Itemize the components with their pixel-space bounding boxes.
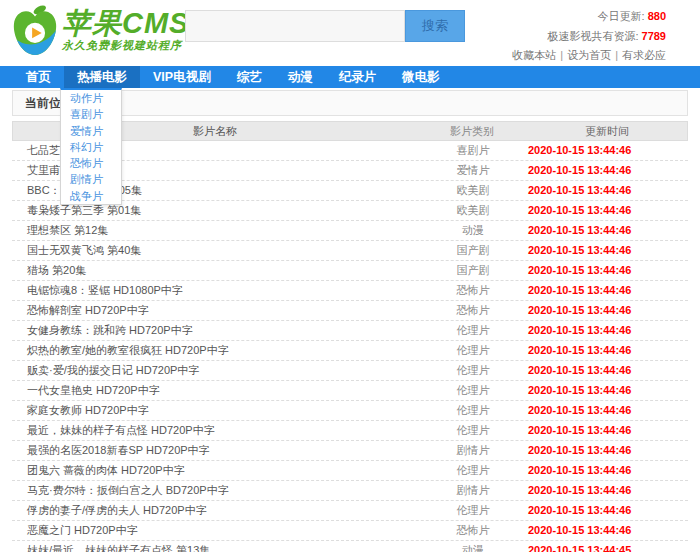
nav-item-综艺[interactable]: 综艺	[224, 66, 275, 88]
movie-update-time: 2020-10-15 13:44:46	[528, 521, 688, 540]
movie-update-time: 2020-10-15 13:44:46	[528, 361, 688, 380]
movie-name-link[interactable]: 团鬼六 蔷薇的肉体 HD720P中字	[12, 461, 418, 480]
movie-update-time: 2020-10-15 13:44:46	[528, 241, 688, 260]
movie-name-link[interactable]: 俘虏的妻子/俘虏的夫人 HD720P中字	[12, 501, 418, 520]
logo-title: 苹果CMS	[62, 8, 189, 38]
movie-name-link[interactable]: 最强的名医2018新春SP HD720P中字	[12, 441, 418, 460]
movie-category: 恐怖片	[418, 301, 528, 320]
movie-update-time: 2020-10-15 13:44:46	[528, 161, 688, 180]
movie-name-link[interactable]: 妹妹/最近，妹妹的样子有点怪 第13集	[12, 541, 418, 552]
header-link[interactable]: 有求必应	[622, 49, 666, 61]
site-stats: 今日更新: 880 极速影视共有资源: 7789 收藏本站|设为首页|有求必应	[512, 7, 666, 66]
movie-category: 国产剧	[418, 261, 528, 280]
link-separator: |	[560, 49, 563, 61]
table-row[interactable]: 电锯惊魂8：竖锯 HD1080P中字恐怖片2020-10-15 13:44:46	[12, 281, 688, 301]
table-row[interactable]: 贩卖·爱/我的援交日记 HD720P中字伦理片2020-10-15 13:44:…	[12, 361, 688, 381]
movie-category: 爱情片	[418, 161, 528, 180]
movie-category: 动漫	[418, 541, 528, 552]
dropdown-item-剧情片[interactable]: 剧情片	[61, 171, 121, 187]
table-row[interactable]: 马克·费尔特：扳倒白宫之人 BD720P中字剧情片2020-10-15 13:4…	[12, 481, 688, 501]
table-row[interactable]: 最强的名医2018新春SP HD720P中字剧情片2020-10-15 13:4…	[12, 441, 688, 461]
dropdown-item-战争片[interactable]: 战争片	[61, 188, 121, 204]
apple-logo-icon	[12, 4, 58, 56]
category-dropdown-menu: 动作片喜剧片爱情片科幻片恐怖片剧情片战争片	[60, 88, 122, 205]
table-row[interactable]: 家庭女教师 HD720P中字伦理片2020-10-15 13:44:46	[12, 401, 688, 421]
table-row[interactable]: 一代女皇艳史 HD720P中字伦理片2020-10-15 13:44:46	[12, 381, 688, 401]
movie-update-time: 2020-10-15 13:44:46	[528, 321, 688, 340]
table-row[interactable]: 国士无双黄飞鸿 第40集国产剧2020-10-15 13:44:46	[12, 241, 688, 261]
nav-item-动漫[interactable]: 动漫	[275, 66, 326, 88]
nav-item-热播电影[interactable]: 热播电影	[64, 66, 140, 88]
movie-update-time: 2020-10-15 13:44:46	[528, 261, 688, 280]
movie-update-time: 2020-10-15 13:44:46	[528, 201, 688, 220]
movie-update-time: 2020-10-15 13:44:46	[528, 141, 688, 160]
movie-name-link[interactable]: 炽热的教室/她的教室很疯狂 HD720P中字	[12, 341, 418, 360]
movie-category: 欧美剧	[418, 201, 528, 220]
table-row[interactable]: 俘虏的妻子/俘虏的夫人 HD720P中字伦理片2020-10-15 13:44:…	[12, 501, 688, 521]
table-row[interactable]: 女健身教练：跳和跨 HD720P中字伦理片2020-10-15 13:44:46	[12, 321, 688, 341]
stat-total-value: 7789	[642, 30, 666, 42]
table-row[interactable]: 理想禁区 第12集动漫2020-10-15 13:44:46	[12, 221, 688, 241]
stat-total-resources: 极速影视共有资源: 7789	[512, 27, 666, 47]
dropdown-item-喜剧片[interactable]: 喜剧片	[61, 106, 121, 122]
dropdown-item-动作片[interactable]: 动作片	[61, 90, 121, 106]
link-separator: |	[615, 49, 618, 61]
nav-item-纪录片[interactable]: 纪录片	[326, 66, 390, 88]
movie-category: 欧美剧	[418, 181, 528, 200]
movie-category: 剧情片	[418, 441, 528, 460]
dropdown-item-爱情片[interactable]: 爱情片	[61, 123, 121, 139]
column-header-time: 更新时间	[527, 122, 687, 140]
movie-name-link[interactable]: 恶魔之门 HD720P中字	[12, 521, 418, 540]
movie-name-link[interactable]: 家庭女教师 HD720P中字	[12, 401, 418, 420]
site-header: 苹果CMS 永久免费影视建站程序 搜索 今日更新: 880 极速影视共有资源: …	[0, 0, 700, 66]
movie-category: 伦理片	[418, 501, 528, 520]
header-links: 收藏本站|设为首页|有求必应	[512, 46, 666, 66]
movie-category: 伦理片	[418, 341, 528, 360]
movie-name-link[interactable]: 马克·费尔特：扳倒白宫之人 BD720P中字	[12, 481, 418, 500]
movie-name-link[interactable]: 一代女皇艳史 HD720P中字	[12, 381, 418, 400]
site-logo[interactable]: 苹果CMS 永久免费影视建站程序	[12, 4, 189, 56]
movie-name-link[interactable]: 最近，妹妹的样子有点怪 HD720P中字	[12, 421, 418, 440]
logo-tagline: 永久免费影视建站程序	[62, 38, 189, 53]
movie-update-time: 2020-10-15 13:44:46	[528, 441, 688, 460]
table-row[interactable]: 团鬼六 蔷薇的肉体 HD720P中字伦理片2020-10-15 13:44:46	[12, 461, 688, 481]
movie-category: 伦理片	[418, 401, 528, 420]
movie-update-time: 2020-10-15 13:44:46	[528, 381, 688, 400]
table-row[interactable]: 恶魔之门 HD720P中字恐怖片2020-10-15 13:44:46	[12, 521, 688, 541]
movie-update-time: 2020-10-15 13:44:46	[528, 301, 688, 320]
movie-name-link[interactable]: 恐怖解剖室 HD720P中字	[12, 301, 418, 320]
movie-name-link[interactable]: 猎场 第20集	[12, 261, 418, 280]
movie-name-link[interactable]: 国士无双黄飞鸿 第40集	[12, 241, 418, 260]
movie-category: 动漫	[418, 221, 528, 240]
search-input[interactable]	[185, 10, 405, 42]
main-nav: 首页热播电影VIP电视剧综艺动漫纪录片微电影	[0, 66, 700, 88]
movie-update-time: 2020-10-15 13:44:45	[528, 541, 688, 552]
table-row[interactable]: 炽热的教室/她的教室很疯狂 HD720P中字伦理片2020-10-15 13:4…	[12, 341, 688, 361]
search-bar: 搜索	[185, 10, 465, 42]
nav-item-VIP电视剧[interactable]: VIP电视剧	[140, 66, 224, 88]
movie-update-time: 2020-10-15 13:44:46	[528, 421, 688, 440]
movie-name-link[interactable]: 电锯惊魂8：竖锯 HD1080P中字	[12, 281, 418, 300]
table-row[interactable]: 恐怖解剖室 HD720P中字恐怖片2020-10-15 13:44:46	[12, 301, 688, 321]
stat-today-value: 880	[648, 10, 666, 22]
table-row[interactable]: 妹妹/最近，妹妹的样子有点怪 第13集动漫2020-10-15 13:44:45	[12, 541, 688, 552]
movie-category: 恐怖片	[418, 521, 528, 540]
search-button[interactable]: 搜索	[405, 10, 465, 42]
table-row[interactable]: 最近，妹妹的样子有点怪 HD720P中字伦理片2020-10-15 13:44:…	[12, 421, 688, 441]
movie-name-link[interactable]: 理想禁区 第12集	[12, 221, 418, 240]
dropdown-item-科幻片[interactable]: 科幻片	[61, 139, 121, 155]
movie-category: 伦理片	[418, 461, 528, 480]
header-link[interactable]: 设为首页	[567, 49, 611, 61]
movie-category: 国产剧	[418, 241, 528, 260]
nav-item-微电影[interactable]: 微电影	[389, 66, 453, 88]
movie-update-time: 2020-10-15 13:44:46	[528, 341, 688, 360]
movie-name-link[interactable]: 女健身教练：跳和跨 HD720P中字	[12, 321, 418, 340]
movie-update-time: 2020-10-15 13:44:46	[528, 501, 688, 520]
dropdown-item-恐怖片[interactable]: 恐怖片	[61, 155, 121, 171]
stat-today-updates: 今日更新: 880	[512, 7, 666, 27]
movie-name-link[interactable]: 贩卖·爱/我的援交日记 HD720P中字	[12, 361, 418, 380]
movie-category: 伦理片	[418, 321, 528, 340]
header-link[interactable]: 收藏本站	[512, 49, 556, 61]
table-row[interactable]: 猎场 第20集国产剧2020-10-15 13:44:46	[12, 261, 688, 281]
nav-item-首页[interactable]: 首页	[13, 66, 64, 88]
